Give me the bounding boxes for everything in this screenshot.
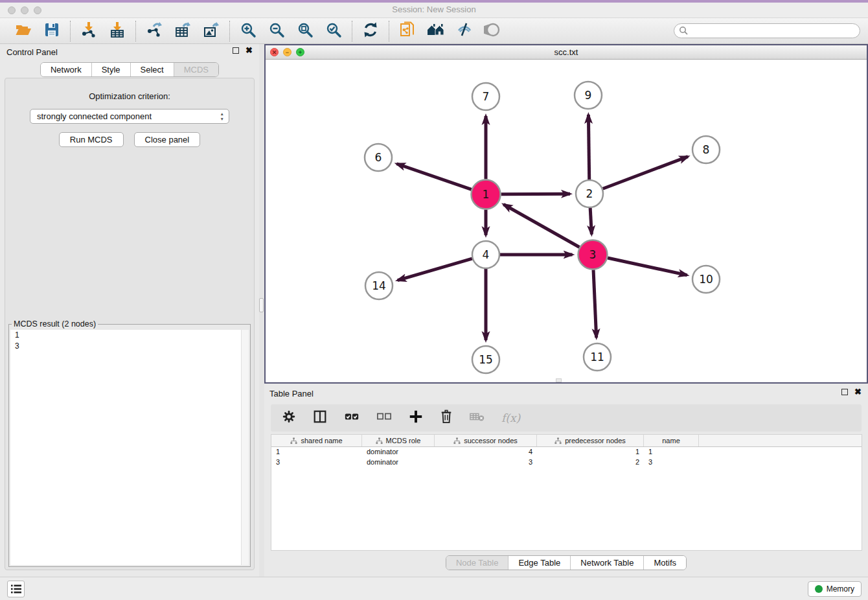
result-scrollbar[interactable] [241,330,249,565]
table-row[interactable]: 1 dominator 4 1 1 [271,447,862,457]
home-view-button[interactable] [427,22,445,40]
graph-edge-1-2[interactable] [501,194,570,194]
cell-successor-nodes[interactable]: 3 [435,457,537,468]
graph-node-10[interactable]: 10 [692,266,720,293]
refresh-icon [362,21,379,41]
cell-shared-name[interactable]: 3 [271,457,362,468]
cell-shared-name[interactable]: 1 [271,447,362,457]
maximize-view-button[interactable]: + [296,48,304,56]
splitter-grip[interactable] [259,298,264,312]
graph-edge-2-8[interactable] [603,157,688,189]
tab-edge-table[interactable]: Edge Table [508,556,570,570]
network-view-window: ✕ − + scc.txt 7968124314101511 [264,44,868,384]
column-header-mcds-role[interactable]: MCDS role [362,435,435,446]
graph-edge-2-9[interactable] [588,115,589,179]
zoom-in-button[interactable] [239,22,257,40]
network-canvas[interactable]: 7968124314101511 [266,60,867,382]
tab-motifs[interactable]: Motifs [643,556,686,570]
save-session-button[interactable] [43,22,61,40]
add-row-icon[interactable] [408,409,424,427]
close-view-button[interactable]: ✕ [270,48,279,56]
tab-network[interactable]: Network [41,63,91,76]
export-table-button[interactable] [174,22,192,40]
graph-node-1[interactable]: 1 [472,180,501,209]
close-panel-icon[interactable]: ✖ [246,47,253,54]
panel-splitter[interactable] [259,44,264,577]
minimize-window-button[interactable] [21,6,29,14]
cell-name[interactable]: 3 [644,457,699,468]
cell-predecessor-nodes[interactable]: 1 [537,447,644,457]
tab-mcds[interactable]: MCDS [174,63,218,76]
export-image-button[interactable] [202,22,220,40]
toggle-columns-icon[interactable] [312,409,328,427]
cell-successor-nodes[interactable]: 4 [435,447,537,457]
home-icon [426,21,446,41]
column-header-name[interactable]: name [644,435,699,446]
tab-select[interactable]: Select [130,63,174,76]
graph-node-7[interactable]: 7 [472,83,499,110]
refresh-view-button[interactable] [361,22,380,40]
clone-network-button[interactable] [398,22,417,40]
import-table-icon [109,21,126,41]
graph-node-15[interactable]: 15 [472,346,499,373]
graph-edge-2-3[interactable] [590,208,591,235]
eye-slash-icon [456,21,473,41]
zoom-fit-button[interactable] [296,22,314,40]
run-mcds-button[interactable]: Run MCDS [59,132,124,147]
function-builder-icon[interactable]: f(x) [501,411,520,424]
task-history-button[interactable] [7,581,25,597]
graph-edge-3-10[interactable] [608,258,687,275]
delete-table-icon[interactable] [469,409,486,427]
tab-node-table[interactable]: Node Table [446,556,508,570]
graph-edge-3-1[interactable] [503,204,579,247]
graph-node-2[interactable]: 2 [576,180,603,207]
float-table-panel-icon[interactable] [841,389,848,395]
table-row[interactable]: 3 dominator 3 2 3 [271,457,862,468]
graph-node-3[interactable]: 3 [578,240,608,270]
import-table-button[interactable] [108,22,126,40]
float-panel-icon[interactable] [233,47,239,54]
import-network-button[interactable] [80,22,98,40]
criterion-select[interactable]: strongly connected component ▲▼ [30,109,229,124]
settings-gear-icon[interactable] [281,409,297,427]
network-window-titlebar[interactable]: ✕ − + scc.txt [266,45,867,60]
maximize-window-button[interactable] [34,6,41,14]
graph-node-6[interactable]: 6 [365,144,392,171]
cell-mcds-role[interactable]: dominator [362,447,435,457]
canvas-splitter-grip[interactable] [556,378,562,382]
graph-edge-4-14[interactable] [398,259,472,280]
cell-name[interactable]: 1 [644,447,699,457]
tab-network-table[interactable]: Network Table [570,556,643,570]
cell-mcds-role[interactable]: dominator [362,457,435,468]
graph-edge-1-6[interactable] [396,164,471,190]
delete-rows-icon[interactable] [439,409,453,427]
graph-node-14[interactable]: 14 [365,272,393,299]
deselect-all-rows-icon[interactable] [376,409,393,427]
cell-predecessor-nodes[interactable]: 2 [537,457,644,468]
select-all-rows-icon[interactable] [343,409,360,427]
mcds-result-box[interactable]: 1 3 [10,330,249,565]
graph-node-4[interactable]: 4 [472,241,499,268]
mcds-result-line: 3 [10,341,249,352]
zoom-selected-button[interactable] [325,22,343,40]
column-header-successor-nodes[interactable]: successor nodes [435,435,537,446]
memory-button[interactable]: Memory [808,581,862,597]
hide-graphics-details-button[interactable] [455,22,474,40]
open-session-button[interactable] [14,22,32,40]
graph-node-8[interactable]: 8 [692,136,720,163]
close-panel-button[interactable]: Close panel [134,132,201,147]
show-graphics-details-button[interactable] [484,22,502,40]
column-header-shared-name[interactable]: shared name [271,435,362,446]
graph-node-9[interactable]: 9 [575,82,602,109]
graph-node-11[interactable]: 11 [584,343,611,371]
search-input[interactable] [674,23,860,38]
tab-style[interactable]: Style [91,63,130,76]
zoom-out-button[interactable] [268,22,286,40]
close-table-panel-icon[interactable]: ✖ [854,389,862,395]
export-network-button[interactable] [145,22,163,40]
minimize-view-button[interactable]: − [283,48,291,56]
zoom-out-icon [268,21,285,41]
column-header-predecessor-nodes[interactable]: predecessor nodes [537,435,644,446]
close-window-button[interactable] [8,6,16,14]
graph-edge-3-11[interactable] [593,270,597,338]
